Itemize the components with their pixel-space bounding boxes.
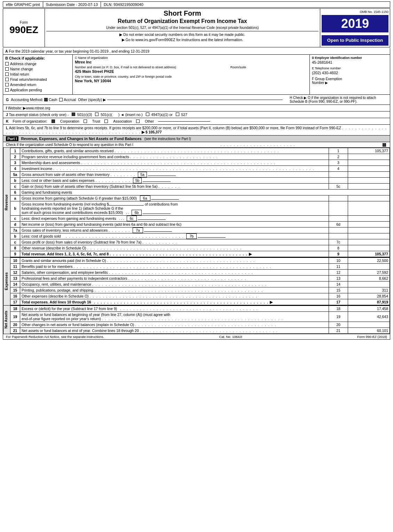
final-return-item: Final return/terminated xyxy=(5,77,70,82)
line-7c-num: c xyxy=(10,239,20,245)
line-19-num: 19 xyxy=(10,312,20,322)
check-if-applicable: Check if applicable: xyxy=(9,56,45,60)
line-2-ref: 2 xyxy=(329,154,348,160)
net-row-19: 19 Net assets or fund balances at beginn… xyxy=(10,312,390,322)
line-14-ref: 14 xyxy=(329,282,348,287)
room-label: Room/suite xyxy=(230,65,307,69)
check-schedule-o-text: Check if the organization used Schedule … xyxy=(6,143,133,147)
application-pending-radio[interactable] xyxy=(5,88,9,92)
revenue-row-7c: c Gross profit or (loss) from sales of i… xyxy=(10,239,390,245)
line-15-desc: Printing, publications, postage, and shi… xyxy=(20,287,329,293)
line-13-amount: 8,662 xyxy=(348,276,390,282)
cash-checkbox[interactable] xyxy=(44,98,48,101)
501c3-checkbox[interactable] xyxy=(72,113,75,116)
line-18-amount: 17,458 xyxy=(348,306,390,312)
footer: For Paperwork Reduction Act Notice, see … xyxy=(3,334,390,340)
expense-row-13: 13 Professional fees and other payments … xyxy=(10,276,390,282)
cash-label: Cash xyxy=(49,98,57,102)
association-checkbox[interactable] xyxy=(104,119,108,123)
line-10-desc: Grants and similar amounts paid (list in… xyxy=(20,258,329,264)
corporation-checkbox[interactable] xyxy=(52,119,55,123)
line-17-num: 17 xyxy=(10,299,20,305)
line-9-num: 9 xyxy=(10,251,20,257)
line-7b-inline-val xyxy=(198,237,226,238)
line-6a-inline-ref: 6a xyxy=(140,195,150,201)
line-5a-num: 5a xyxy=(10,172,20,178)
line-11-ref: 11 xyxy=(329,264,348,270)
revenue-content: 1 Contributions, gifts, grants, and simi… xyxy=(10,148,390,257)
under-section: Under section 501(c), 527, or 4947(a)(1)… xyxy=(46,26,319,30)
line-4-ref: 4 xyxy=(329,166,348,172)
line-12-amount: 27,592 xyxy=(348,270,390,276)
line-17-amount: 87,919 xyxy=(348,299,390,305)
line-7c-amount xyxy=(348,239,390,245)
go-to-notice: ▶ Go to www.irs.gov/Form990EZ for instru… xyxy=(46,38,319,42)
line-6b-inline-ref: 6b xyxy=(132,210,142,215)
schedule-o-checkbox[interactable] xyxy=(383,143,386,147)
application-pending-item: Application pending xyxy=(5,88,70,92)
line-2-num: 2 xyxy=(10,154,20,160)
line-14-desc: Occupancy, rent, utilities, and maintena… xyxy=(20,282,329,287)
form-org-row: K Form of organization: Corporation Trus… xyxy=(3,118,390,125)
paperwork-notice: For Paperwork Reduction Act Notice, see … xyxy=(6,335,104,339)
line-8-amount xyxy=(348,245,390,251)
line-5c-ref: 5c xyxy=(329,184,348,190)
address-value: 425 Main Street PH2E xyxy=(75,69,229,74)
check-schedule-dots: . . . . . . . . . . . . . . . . . . . . … xyxy=(220,143,295,147)
revenue-table: 1 Contributions, gifts, grants, and simi… xyxy=(10,148,390,257)
line-9-desc: Total revenue. Add lines 1, 2, 3, 4, 5c,… xyxy=(20,251,329,257)
revenue-row-7a: 7a Gross sales of inventory, less return… xyxy=(10,228,390,233)
c-label: C Name of organization xyxy=(75,56,307,60)
main-header: Form 990EZ Short Form Return of Organiza… xyxy=(3,8,390,47)
4947-checkbox[interactable] xyxy=(146,113,149,116)
l-row: L Add lines 5b, 6c, and 7b to line 9 to … xyxy=(3,125,390,136)
city-value: New York, NY 10044 xyxy=(75,79,307,83)
trust-checkbox[interactable] xyxy=(84,119,87,123)
line-14-amount xyxy=(348,282,390,287)
final-return-radio[interactable] xyxy=(5,78,9,81)
part-i-title: Revenue, Expenses, and Changes in Net As… xyxy=(21,137,142,141)
line-3-amount xyxy=(348,160,390,166)
line-5b-inline-ref: 5b xyxy=(133,178,142,183)
line-7a-amount xyxy=(348,228,390,233)
revenue-row-5c: c Gain or (loss) from sale of assets oth… xyxy=(10,184,390,190)
other-field[interactable] xyxy=(107,100,283,100)
expense-row-15: 15 Printing, publications, postage, and … xyxy=(10,287,390,293)
accrual-checkbox[interactable] xyxy=(59,98,63,101)
line-12-ref: 12 xyxy=(329,270,348,276)
part-i-header: Part I Revenue, Expenses, and Changes in… xyxy=(3,136,390,142)
line-11-amount xyxy=(348,264,390,270)
form-990ez: 990EZ xyxy=(9,24,38,36)
revenue-row-6d: d Net income or (loss) from gaming and f… xyxy=(10,222,390,228)
501c3-label: 501(c)(3) xyxy=(77,113,92,117)
cat-number: Cat. No. 10642I xyxy=(219,335,242,339)
line-2-desc: Program service revenue including govern… xyxy=(20,154,329,160)
check-b-col: B Check if applicable: Address change Na… xyxy=(3,55,73,94)
initial-return-radio[interactable] xyxy=(5,72,9,76)
line-13-desc: Professional fees and other payments to … xyxy=(20,276,329,282)
527-checkbox[interactable] xyxy=(176,113,179,116)
revenue-row-7b: b Less: cost of goods sold . . . . . . .… xyxy=(10,233,390,239)
other-org-checkbox[interactable] xyxy=(136,119,140,123)
line-6-desc: Gaming and fundraising events xyxy=(20,190,390,195)
address-change-radio[interactable] xyxy=(5,62,9,65)
other-label: Other (specify) ▶ xyxy=(78,98,106,102)
application-pending-label: Application pending xyxy=(10,88,42,92)
line-19-desc: Net assets or fund balances at beginning… xyxy=(20,312,329,322)
line-6c-num: c xyxy=(10,216,20,222)
line-10-num: 10 xyxy=(10,258,20,264)
501c-checkbox[interactable] xyxy=(95,113,99,116)
form-of-org-text: Form of organization: xyxy=(13,119,47,123)
j-label: J xyxy=(6,113,8,117)
amended-return-radio[interactable] xyxy=(5,83,9,86)
line-20-amount xyxy=(348,322,390,328)
trust-label: Trust xyxy=(92,119,101,123)
line-7a-num: 7a xyxy=(10,228,20,233)
ein-label: D Employer identification number xyxy=(312,56,388,60)
association-label: Association xyxy=(113,119,132,123)
line-5c-desc: Gain or (loss) from sale of assets other… xyxy=(20,184,329,190)
line-7a-desc: Gross sales of inventory, less returns a… xyxy=(20,228,329,233)
name-change-radio[interactable] xyxy=(5,67,9,71)
line-6-num: 6 xyxy=(10,190,20,195)
other-org-field[interactable] xyxy=(158,121,210,122)
